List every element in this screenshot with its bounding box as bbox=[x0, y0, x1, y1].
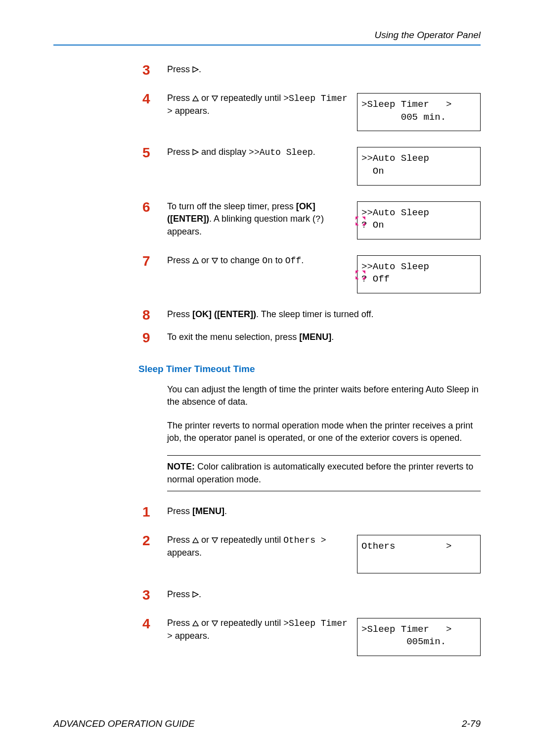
stepB-1: 1 Press [MENU]. bbox=[53, 505, 481, 519]
note-rule-bottom bbox=[167, 491, 481, 492]
t: repeatedly until bbox=[221, 618, 283, 628]
svg-marker-5 bbox=[212, 258, 218, 263]
t: or bbox=[201, 535, 212, 545]
mono: ? bbox=[315, 214, 321, 224]
step-4: 4 Press or repeatedly until >Sleep Timer… bbox=[53, 92, 481, 131]
t: To turn off the sleep timer, press bbox=[167, 201, 296, 211]
t: and display bbox=[201, 147, 249, 157]
lcd-display: >Sleep Timer > 005min. bbox=[357, 618, 481, 656]
note-label: NOTE: bbox=[167, 462, 195, 472]
page: Using the Operator Panel 3 Press . 4 Pre… bbox=[0, 0, 534, 691]
t: to bbox=[273, 255, 285, 265]
header-rule bbox=[53, 45, 481, 46]
triangle-right-icon bbox=[192, 591, 199, 598]
note-block: NOTE: Color calibration is automatically… bbox=[167, 461, 481, 485]
step-number: 1 bbox=[142, 505, 167, 519]
triangle-down-icon bbox=[212, 95, 218, 101]
lcd-line1: Others > bbox=[361, 540, 476, 553]
svg-marker-1 bbox=[193, 96, 198, 101]
step-text: Press [OK] ([ENTER]). The sleep timer is… bbox=[167, 308, 481, 321]
step-number: 8 bbox=[142, 308, 167, 322]
step-number: 6 bbox=[142, 200, 167, 214]
body-paragraph: The printer reverts to normal operation … bbox=[167, 420, 481, 444]
t: Press bbox=[167, 309, 192, 319]
lcd-line2: On bbox=[361, 165, 476, 178]
step-8: 8 Press [OK] ([ENTER]). The sleep timer … bbox=[53, 308, 481, 322]
svg-marker-9 bbox=[193, 621, 198, 626]
mono: On bbox=[262, 256, 273, 266]
triangle-up-icon bbox=[192, 537, 199, 543]
t: Press bbox=[167, 506, 192, 516]
lcd-line1: >Sleep Timer > bbox=[361, 98, 476, 111]
step-text: Press and display >>Auto Sleep. bbox=[167, 146, 357, 159]
svg-marker-7 bbox=[212, 538, 218, 543]
footer-right: 2-79 bbox=[462, 718, 481, 729]
page-header: Using the Operator Panel bbox=[53, 30, 481, 41]
lcd-display: >Sleep Timer > 005 min. bbox=[357, 93, 481, 131]
step-7: 7 Press or to change On to Off. >>Auto S… bbox=[53, 254, 481, 293]
svg-marker-2 bbox=[212, 96, 218, 101]
svg-marker-3 bbox=[193, 149, 198, 155]
t: repeatedly until bbox=[221, 535, 283, 545]
t: or bbox=[201, 618, 212, 628]
svg-marker-8 bbox=[193, 592, 198, 597]
stepB-4: 4 Press or repeatedly until >Sleep Timer… bbox=[53, 617, 481, 656]
t: Press bbox=[167, 618, 192, 628]
note-text: Color calibration is automatically execu… bbox=[167, 462, 473, 484]
step-text: To exit the menu selection, press [MENU]… bbox=[167, 331, 481, 343]
t: or bbox=[201, 93, 212, 103]
triangle-up-icon bbox=[192, 620, 199, 626]
step-3: 3 Press . bbox=[53, 63, 481, 77]
lcd-line2 bbox=[361, 553, 476, 566]
step-number: 2 bbox=[142, 534, 167, 548]
step-text: Press . bbox=[167, 588, 481, 601]
step-text: Press . bbox=[167, 63, 481, 76]
triangle-down-icon bbox=[212, 620, 218, 626]
svg-marker-0 bbox=[193, 67, 198, 72]
bold: [OK] bbox=[296, 201, 315, 211]
triangle-down-icon bbox=[212, 258, 218, 264]
t: . bbox=[331, 332, 334, 342]
step-number: 4 bbox=[142, 92, 167, 106]
step-text: Press or repeatedly until >Sleep Timer >… bbox=[167, 617, 357, 643]
lcd-line1: >>Auto Sleep bbox=[361, 207, 476, 220]
lcd-line1: >Sleep Timer > bbox=[361, 623, 476, 636]
mono: Others > bbox=[283, 535, 326, 545]
step-5: 5 Press and display >>Auto Sleep. >>Auto… bbox=[53, 146, 481, 185]
bold: [MENU] bbox=[299, 332, 331, 342]
bold: [OK] ([ENTER]) bbox=[192, 309, 256, 319]
lcd-line2: ? On bbox=[361, 219, 476, 232]
step-9: 9 To exit the menu selection, press [MEN… bbox=[53, 331, 481, 345]
note-rule-top bbox=[167, 455, 481, 456]
lcd-line2: 005min. bbox=[361, 636, 476, 649]
t: Press bbox=[167, 93, 192, 103]
step-text: Press or to change On to Off. bbox=[167, 254, 357, 267]
lcd-line1: >>Auto Sleep bbox=[361, 261, 476, 274]
step-number: 9 bbox=[142, 331, 167, 345]
t: repeatedly until bbox=[221, 93, 283, 103]
page-footer: ADVANCED OPERATION GUIDE 2-79 bbox=[53, 718, 481, 729]
svg-marker-10 bbox=[212, 621, 218, 626]
triangle-up-icon bbox=[192, 258, 199, 264]
step-number: 4 bbox=[142, 617, 167, 631]
bold: ([ENTER]) bbox=[167, 214, 209, 224]
mono: Off bbox=[285, 256, 301, 266]
step-number: 3 bbox=[142, 588, 167, 602]
t: appears. bbox=[173, 106, 210, 116]
step-number: 3 bbox=[142, 63, 167, 77]
t: . The sleep timer is turned off. bbox=[256, 309, 373, 319]
stepB-3: 3 Press . bbox=[53, 588, 481, 602]
t: to change bbox=[221, 255, 262, 265]
t: Press bbox=[167, 535, 192, 545]
step-6: 6 To turn off the sleep timer, press [OK… bbox=[53, 200, 481, 239]
t: Press bbox=[167, 255, 192, 265]
lcd-display: >>Auto Sleep ? On ◤ ◥◣ ◢ bbox=[357, 201, 481, 239]
footer-left: ADVANCED OPERATION GUIDE bbox=[53, 718, 195, 729]
t: . A blinking question mark ( bbox=[209, 214, 315, 224]
t: . bbox=[313, 147, 315, 157]
svg-marker-6 bbox=[193, 538, 198, 543]
body-paragraph: You can adjust the length of time the pr… bbox=[167, 383, 481, 408]
svg-marker-4 bbox=[193, 258, 198, 263]
stepB-2: 2 Press or repeatedly until Others > app… bbox=[53, 534, 481, 573]
lcd-line2: ? Off bbox=[361, 273, 476, 286]
